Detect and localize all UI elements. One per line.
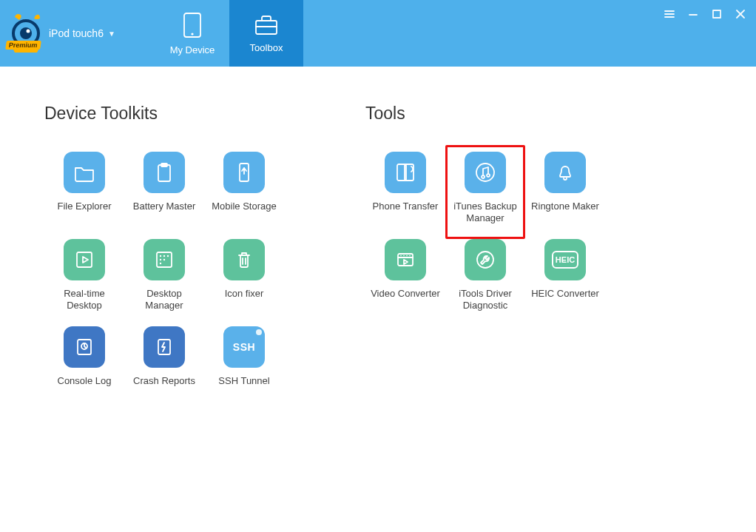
- tile-itools-driver-diagnostic[interactable]: iTools Driver Diagnostic: [445, 239, 525, 326]
- tile-label: Battery Master: [133, 201, 196, 212]
- tools-section: Tools Phone Transfer iTunes Backup Manag…: [365, 104, 605, 414]
- tools-grid: Phone Transfer iTunes Backup Manager Rin…: [365, 152, 605, 326]
- brand-area: Premium iPod touch6 ▼: [0, 0, 155, 67]
- tile-label: HEIC Converter: [531, 288, 599, 300]
- tile-console-log[interactable]: Console Log: [44, 326, 124, 414]
- svg-point-36: [409, 255, 411, 257]
- tab-my-device[interactable]: My Device: [155, 0, 229, 67]
- clipboard-icon: [144, 152, 185, 193]
- close-button[interactable]: [734, 7, 747, 21]
- log-icon: [64, 326, 105, 368]
- content-area: Device Toolkits File Explorer Battery Ma…: [0, 67, 756, 451]
- ssh-icon: SSH: [223, 326, 265, 368]
- tile-label: Real-time Desktop: [47, 288, 121, 312]
- music-backup-icon: [465, 152, 506, 193]
- tile-file-explorer[interactable]: File Explorer: [44, 152, 124, 239]
- toolbox-icon: [254, 14, 279, 36]
- svg-point-24: [160, 263, 161, 264]
- tile-crash-reports[interactable]: Crash Reports: [124, 326, 204, 414]
- toolkits-grid: File Explorer Battery Master Mobile Stor…: [44, 152, 284, 414]
- svg-point-30: [476, 164, 494, 181]
- window-controls: [654, 0, 756, 67]
- minimize-button[interactable]: [686, 7, 700, 21]
- minimize-icon: [688, 9, 698, 19]
- tile-icon-fixer[interactable]: Icon fixer: [204, 239, 284, 326]
- phone-transfer-icon: [385, 152, 426, 193]
- device-selector-label: iPod touch6: [49, 27, 104, 39]
- svg-point-4: [191, 33, 193, 35]
- tile-label: Mobile Storage: [212, 201, 276, 212]
- svg-rect-5: [256, 21, 277, 34]
- tile-ssh-tunnel[interactable]: SSH SSH Tunnel: [204, 326, 284, 414]
- tile-ringtone-maker[interactable]: Ringtone Maker: [525, 152, 605, 239]
- tile-label: Console Log: [58, 375, 112, 387]
- tile-desktop-manager[interactable]: Desktop Manager: [124, 239, 204, 326]
- chevron-down-icon: ▼: [108, 30, 115, 38]
- close-icon: [735, 9, 746, 19]
- hamburger-icon: [664, 9, 675, 19]
- tile-label: Video Converter: [371, 288, 440, 300]
- tile-video-converter[interactable]: Video Converter: [365, 239, 445, 326]
- svg-point-35: [406, 255, 408, 257]
- tile-heic-converter[interactable]: HEIC HEIC Converter: [525, 239, 605, 326]
- tile-label: File Explorer: [58, 201, 112, 212]
- svg-point-37: [477, 252, 493, 268]
- tile-battery-master[interactable]: Battery Master: [124, 152, 204, 239]
- grid-icon: [144, 239, 185, 280]
- app-logo: Premium: [7, 11, 44, 55]
- trash-icon: [223, 239, 265, 280]
- bell-icon: [544, 152, 586, 193]
- app-header: Premium iPod touch6 ▼ My Device Toolbox: [0, 0, 756, 67]
- tile-label: iTools Driver Diagnostic: [448, 288, 522, 312]
- maximize-button[interactable]: [710, 7, 723, 21]
- folder-icon: [64, 152, 105, 193]
- section-title-toolkits: Device Toolkits: [44, 104, 284, 124]
- tile-label: iTunes Backup Manager: [448, 201, 522, 225]
- main-tabs: My Device Toolbox: [155, 0, 303, 67]
- wrench-icon: [465, 239, 506, 280]
- tile-label: Crash Reports: [133, 375, 195, 387]
- tab-my-device-label: My Device: [170, 44, 215, 55]
- tablet-icon: [181, 12, 203, 38]
- svg-rect-14: [158, 165, 170, 181]
- tab-toolbox-label: Toolbox: [250, 42, 283, 53]
- tile-label: Icon fixer: [225, 288, 264, 300]
- svg-point-33: [400, 255, 402, 257]
- tile-label: SSH Tunnel: [218, 375, 269, 387]
- premium-badge: Premium: [5, 41, 41, 50]
- tile-phone-transfer[interactable]: Phone Transfer: [365, 152, 445, 239]
- crash-icon: [144, 326, 185, 368]
- tile-itunes-backup-manager[interactable]: iTunes Backup Manager: [445, 145, 525, 239]
- tile-mobile-storage[interactable]: Mobile Storage: [204, 152, 284, 239]
- svg-rect-17: [77, 252, 92, 267]
- svg-point-21: [167, 255, 169, 257]
- svg-point-20: [163, 255, 165, 257]
- tile-label: Phone Transfer: [373, 201, 439, 212]
- tab-toolbox[interactable]: Toolbox: [229, 0, 303, 67]
- device-selector[interactable]: iPod touch6 ▼: [49, 27, 115, 39]
- tile-realtime-desktop[interactable]: Real-time Desktop: [44, 239, 124, 326]
- tile-label: Desktop Manager: [127, 288, 201, 312]
- video-icon: [385, 239, 426, 280]
- svg-point-2: [27, 30, 30, 33]
- svg-point-19: [160, 255, 161, 257]
- heic-icon: HEIC: [544, 239, 586, 280]
- section-title-tools: Tools: [365, 104, 605, 124]
- svg-point-22: [160, 259, 161, 260]
- usb-device-icon: [223, 152, 265, 193]
- menu-button[interactable]: [663, 7, 676, 21]
- svg-point-1: [20, 27, 32, 39]
- svg-point-23: [163, 259, 165, 260]
- maximize-icon: [712, 10, 721, 18]
- tile-label: Ringtone Maker: [531, 201, 599, 212]
- play-icon: [64, 239, 105, 280]
- svg-rect-11: [713, 10, 720, 18]
- device-toolkits-section: Device Toolkits File Explorer Battery Ma…: [44, 104, 284, 414]
- svg-point-34: [403, 255, 405, 257]
